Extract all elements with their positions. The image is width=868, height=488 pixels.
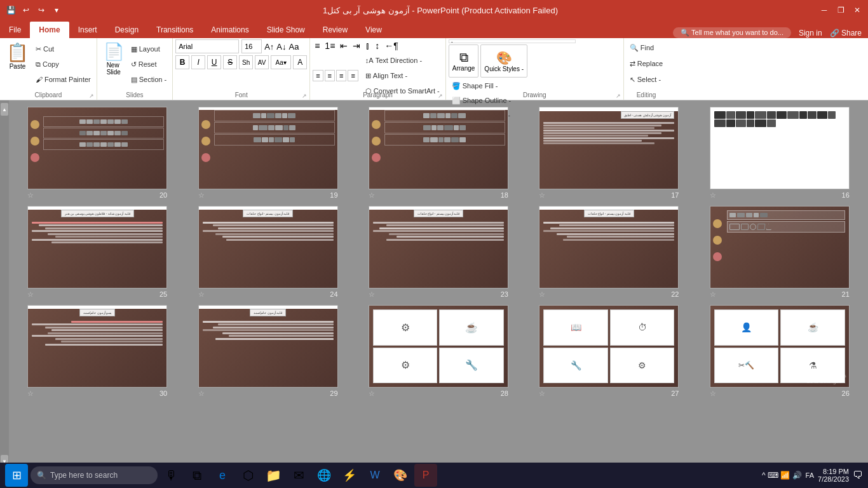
align-text-button[interactable]: ⊞ Align Text -: [362, 69, 443, 83]
taskbar-task-view[interactable]: ⧉: [186, 464, 208, 487]
taskbar-powerpoint[interactable]: P: [414, 464, 437, 487]
rtl-button[interactable]: ←¶: [383, 39, 400, 52]
bullets-button[interactable]: ≡: [313, 39, 322, 52]
bold-button[interactable]: B: [175, 55, 189, 69]
redo-icon[interactable]: ↪: [36, 4, 47, 16]
taskbar-explorer[interactable]: 📁: [262, 464, 285, 487]
taskbar-notification[interactable]: 🗨: [853, 470, 863, 481]
tab-view[interactable]: View: [356, 22, 391, 38]
slide-item-18[interactable]: ☆ 18: [356, 107, 520, 200]
share-btn[interactable]: 🔗 Share: [830, 29, 862, 37]
align-right-button[interactable]: ≡: [336, 70, 346, 81]
clipboard-expand-icon[interactable]: ↗: [89, 93, 94, 99]
windows-button[interactable]: ⊞: [5, 464, 28, 487]
text-direction-button[interactable]: ↕A Text Direction -: [362, 53, 443, 67]
taskbar-search[interactable]: 🔍 Type here to search: [31, 466, 158, 484]
slide-item-23[interactable]: قلبه آزمون بیستم - انواع حلقات: [356, 206, 520, 299]
tab-file[interactable]: File: [0, 22, 30, 38]
replace-button[interactable]: ⇄ Replace: [627, 57, 666, 71]
slide-item-17[interactable]: آزمون هوشی آزمایش هستی - اطبق: [527, 107, 691, 200]
tell-me-input[interactable]: 🔍 Tell me what you want to do...: [673, 27, 791, 38]
tab-slideshow[interactable]: Slide Show: [258, 22, 314, 38]
strikethrough-button[interactable]: S: [223, 55, 237, 69]
drawing-expand-icon[interactable]: ↗: [616, 93, 621, 99]
align-left-button[interactable]: ≡: [313, 70, 323, 81]
slide-item-26[interactable]: 👤 ☕ ✂🔨 ⚗: [698, 305, 862, 398]
slide-item-29[interactable]: قلبه آزمون خانم/صمد: [186, 305, 349, 398]
tab-insert[interactable]: Insert: [69, 22, 106, 38]
new-slide-icon: 📄: [104, 42, 124, 62]
taskbar-cortana[interactable]: 🎙: [160, 464, 183, 487]
paragraph-expand-icon[interactable]: ↗: [438, 93, 443, 99]
increase-indent-icon[interactable]: ⇥: [351, 39, 362, 52]
layout-button[interactable]: ▦ Layout: [128, 42, 170, 56]
slide-item-27[interactable]: 📖 ⏱ 🔧 ⚙: [527, 305, 691, 398]
slide-thumb-26: 👤 ☕ ✂🔨 ⚗: [710, 305, 850, 388]
arrange-button[interactable]: ⧉ Arrange: [449, 44, 479, 78]
italic-button[interactable]: I: [191, 55, 205, 69]
restore-icon[interactable]: ❐: [835, 4, 846, 16]
slide-item-28[interactable]: ⚙ ☕ ⚙ 🔧: [356, 305, 520, 398]
save-icon[interactable]: 💾: [5, 4, 17, 16]
taskbar-app2[interactable]: 🎨: [389, 464, 412, 487]
shape-fill-icon: 🪣: [452, 82, 461, 90]
clear-format-icon[interactable]: Aa: [289, 42, 299, 51]
format-painter-button[interactable]: 🖌 Format Painter: [32, 72, 94, 86]
tab-animations[interactable]: Animations: [202, 22, 257, 38]
find-button[interactable]: 🔍 Find: [627, 41, 666, 55]
select-button[interactable]: ↖ Select -: [627, 72, 666, 86]
copy-button[interactable]: ⧉ Copy: [32, 57, 94, 71]
char-spacing-button[interactable]: AV: [255, 55, 269, 69]
tab-review[interactable]: Review: [314, 22, 356, 38]
slide-item-22[interactable]: قلبه آزمون بیستم - انواع حلقات: [527, 206, 691, 299]
sign-in-btn[interactable]: Sign in: [799, 29, 822, 37]
titlebar-left-icons: 💾 ↩ ↪ ▾: [5, 4, 62, 16]
line-spacing-button[interactable]: ↕: [373, 39, 381, 52]
decrease-indent-icon[interactable]: ⇤: [338, 39, 349, 52]
quick-styles-button[interactable]: 🎨 Quick Styles -: [480, 44, 527, 78]
taskbar-chrome[interactable]: 🌐: [313, 464, 336, 487]
slide-item-19[interactable]: ☆ 19: [186, 107, 349, 200]
reset-button[interactable]: ↺ Reset: [128, 57, 170, 71]
shape-fill-button[interactable]: 🪣 Shape Fill -: [449, 79, 621, 93]
underline-button[interactable]: U: [207, 55, 221, 69]
slide-meta-17: ☆ 17: [539, 191, 679, 200]
paste-button[interactable]: 📋 Paste: [3, 39, 32, 72]
font-color-button[interactable]: A: [293, 55, 307, 69]
tab-design[interactable]: Design: [106, 22, 147, 38]
font-name-input[interactable]: [175, 39, 239, 53]
slide-item-24[interactable]: قلبه آزمون بیستم - انواع حلقات: [186, 206, 349, 299]
tab-home[interactable]: Home: [30, 22, 69, 38]
taskbar-mail[interactable]: ✉: [287, 464, 310, 487]
tab-transitions[interactable]: Transitions: [147, 22, 202, 38]
taskbar-word[interactable]: W: [363, 464, 386, 487]
shadow-button[interactable]: Sh: [239, 55, 253, 69]
close-icon[interactable]: ✕: [851, 4, 863, 16]
columns-button[interactable]: ⫿: [363, 39, 372, 52]
section-button[interactable]: ▤ Section -: [128, 72, 170, 86]
customize-icon[interactable]: ▾: [51, 4, 62, 16]
slide-item-25[interactable]: قلبه آزمون شانه - فلاطون هوشی یوسفی بن ه…: [15, 206, 179, 299]
taskbar-app1[interactable]: ⚡: [338, 464, 361, 487]
taskbar-edge[interactable]: e: [211, 464, 234, 487]
slide-item-16[interactable]: ☆ 16: [698, 107, 862, 200]
font-expand-icon[interactable]: ↗: [302, 93, 307, 99]
slide-item-20[interactable]: ☆ 20: [15, 107, 179, 200]
scroll-up-button[interactable]: ▲: [1, 103, 8, 116]
justify-button[interactable]: ≡: [348, 70, 358, 81]
editing-group-label: Editing: [624, 92, 668, 98]
align-center-button[interactable]: ≡: [325, 70, 335, 81]
cut-button[interactable]: ✂ Cut: [32, 42, 94, 56]
undo-icon[interactable]: ↩: [20, 4, 32, 16]
taskbar-bluetooth[interactable]: ⬡: [236, 464, 259, 487]
minimize-icon[interactable]: ─: [818, 4, 830, 16]
slide-item-30[interactable]: یسو آزمون خانم/صمد: [15, 305, 179, 398]
font-size-input[interactable]: [241, 39, 262, 53]
increase-font-icon[interactable]: A↑: [264, 42, 274, 51]
align-text-icon: ⊞: [365, 72, 371, 80]
new-slide-button[interactable]: 📄 NewSlide: [100, 39, 128, 78]
change-case-button[interactable]: Aa▾: [271, 55, 291, 69]
numbering-button[interactable]: 1≡: [323, 39, 337, 52]
slide-item-21[interactable]: ☆ 21: [698, 206, 862, 299]
decrease-font-icon[interactable]: A↓: [276, 42, 286, 51]
